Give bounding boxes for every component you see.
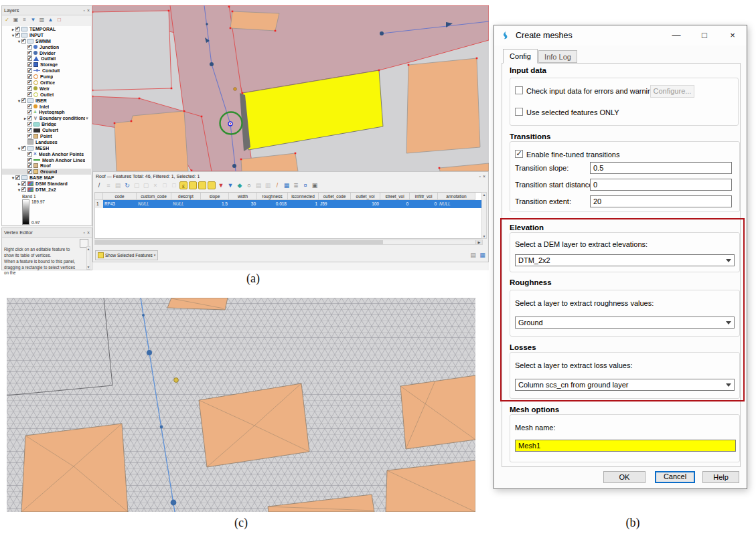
enable-transitions-checkbox[interactable] xyxy=(515,150,523,158)
move-selection-icon[interactable]: ▼ xyxy=(226,181,234,189)
cell-descript[interactable]: NULL xyxy=(171,200,201,208)
ok-button[interactable]: OK xyxy=(603,471,646,483)
tab-config[interactable]: Config xyxy=(503,49,538,64)
column-stack-icon[interactable]: ▤ xyxy=(254,181,262,189)
layer-item-storage[interactable]: Storage xyxy=(2,62,91,68)
column-header-code[interactable]: code xyxy=(103,193,137,200)
layer-item-orifice[interactable]: Orifice xyxy=(2,80,91,86)
expand-arrow-icon[interactable]: ▾ xyxy=(17,39,21,43)
column-header-infiltr_vol[interactable]: infiltr_vol xyxy=(410,193,438,200)
cell-outlet_code[interactable]: J59 xyxy=(319,200,351,208)
cut-icon[interactable]: × xyxy=(151,181,159,189)
styling-panel-icon[interactable]: ✓ xyxy=(3,16,11,23)
transition-slope-input[interactable]: 0.5 xyxy=(590,162,732,174)
use-selected-checkbox[interactable] xyxy=(515,108,523,116)
roughness-layer-combobox[interactable]: Ground xyxy=(515,317,735,329)
column-header-outlet_vol[interactable]: outlet_vol xyxy=(351,193,380,200)
cancel-button[interactable]: Cancel xyxy=(655,471,695,483)
layer-item-landuses[interactable]: Landuses xyxy=(2,139,91,145)
layer-visibility-checkbox[interactable] xyxy=(27,68,32,73)
layer-visibility-checkbox[interactable] xyxy=(21,39,26,43)
column-header-width[interactable]: width xyxy=(229,193,257,200)
expand-arrow-icon[interactable]: ▾ xyxy=(17,187,21,192)
layer-visibility-checkbox[interactable] xyxy=(27,62,32,67)
cell-custom_code[interactable]: NULL xyxy=(137,200,171,208)
expand-arrow-icon[interactable]: ▾ xyxy=(17,146,21,151)
layer-visibility-checkbox[interactable] xyxy=(15,33,20,37)
layer-item-junction[interactable]: Junction xyxy=(2,44,91,50)
layer-item-base-map[interactable]: ▾BASE MAP xyxy=(2,175,91,181)
vertex-editor-scrollbar[interactable]: ▲▼ xyxy=(86,246,90,270)
field-calculator-icon[interactable]: ¤ xyxy=(301,181,309,189)
column-visibility-icon[interactable]: ▥ xyxy=(264,181,272,189)
table-view-icon[interactable]: ▤ xyxy=(469,252,477,259)
layer-visibility-checkbox[interactable] xyxy=(27,158,32,163)
manage-themes-icon[interactable]: ≡ xyxy=(21,16,28,23)
layer-visibility-checkbox[interactable] xyxy=(21,181,26,186)
layer-visibility-checkbox[interactable] xyxy=(15,27,20,31)
multiedit-icon[interactable]: ≡ xyxy=(104,181,112,189)
dem-layer-combobox[interactable]: DTM_2x2 xyxy=(515,254,735,266)
column-header-custom_code[interactable]: custom_code xyxy=(137,193,171,200)
attribute-vscrollbar[interactable]: ▲▼ xyxy=(481,192,487,239)
close-panel-icon[interactable]: × xyxy=(483,174,485,179)
expand-all-icon[interactable]: ▲ xyxy=(47,16,54,23)
layer-item-input[interactable]: ▾INPUT xyxy=(2,32,91,38)
help-button[interactable]: Help xyxy=(702,471,739,483)
cell-code[interactable]: RF43 xyxy=(103,200,137,208)
save-edits-icon[interactable]: ▤ xyxy=(114,181,122,189)
layer-item-culvert[interactable]: Culvert xyxy=(2,127,91,133)
layer-item-hyetograph[interactable]: +Hyetograph xyxy=(2,109,91,115)
add-group-icon[interactable]: ▣ xyxy=(12,16,19,23)
layer-visibility-checkbox[interactable] xyxy=(27,45,32,50)
layer-visibility-checkbox[interactable] xyxy=(27,74,32,79)
maximize-button[interactable]: □ xyxy=(690,25,719,46)
mesh-name-input[interactable]: Mesh1 xyxy=(515,440,736,452)
layer-item-bridge[interactable]: Bridge xyxy=(2,121,91,127)
expand-arrow-icon[interactable]: ▸ xyxy=(17,181,21,186)
layer-visibility-checkbox[interactable] xyxy=(27,128,32,132)
column-header-roughness[interactable]: roughness xyxy=(257,193,288,200)
close-panel-icon[interactable]: × xyxy=(87,230,90,235)
layer-visibility-checkbox[interactable] xyxy=(15,175,20,180)
layer-visibility-checkbox[interactable] xyxy=(27,104,32,109)
expand-arrow-icon[interactable]: ▾ xyxy=(17,98,21,103)
filter-legend-icon[interactable]: ▼ xyxy=(29,16,37,23)
transition-start-distance-input[interactable]: 0 xyxy=(590,179,732,191)
form-view-icon[interactable]: ▦ xyxy=(479,252,486,259)
expand-arrow-icon[interactable]: ▾ xyxy=(11,175,15,180)
float-panel-icon[interactable]: ▫ xyxy=(479,174,480,179)
layer-visibility-checkbox[interactable] xyxy=(21,187,26,192)
layer-item-mesh-anchor-lines[interactable]: Mesh Anchor Lines xyxy=(2,157,91,163)
layer-item-mesh[interactable]: ▾MESH xyxy=(2,145,91,151)
float-panel-icon[interactable]: ▫ xyxy=(83,230,84,235)
show-selected-features-button[interactable]: Show Selected Features ▾ xyxy=(95,250,158,260)
close-button[interactable]: × xyxy=(719,25,747,46)
conditional-format-icon[interactable]: / xyxy=(273,181,281,189)
column-header-isconnected[interactable]: isconnected xyxy=(288,193,319,200)
column-header-descript[interactable]: descript xyxy=(171,193,201,200)
layer-visibility-checkbox[interactable] xyxy=(27,152,32,157)
layer-visibility-checkbox[interactable] xyxy=(27,92,32,97)
row-number-cell[interactable]: 1 xyxy=(95,200,103,208)
layer-item-dsm-standard[interactable]: ▸DSM Standard xyxy=(2,181,91,187)
layer-item-dtm-2x2[interactable]: ▾DTM_2x2 xyxy=(2,187,91,193)
transition-extent-input[interactable]: 20 xyxy=(590,195,732,207)
filter-expression-icon[interactable]: ▥ xyxy=(38,16,46,23)
cell-street_vol[interactable]: 0 xyxy=(380,200,410,208)
invert-selection-icon[interactable] xyxy=(198,181,206,189)
layer-visibility-checkbox[interactable] xyxy=(27,122,32,126)
layer-item-divider[interactable]: Divider xyxy=(2,50,91,56)
layer-item-point[interactable]: Point xyxy=(2,133,91,139)
layer-item-conduit[interactable]: Conduit xyxy=(2,68,91,74)
layer-item-outlet[interactable]: Outlet xyxy=(2,92,91,98)
layer-visibility-checkbox[interactable] xyxy=(27,163,32,168)
add-feature-icon[interactable]: ▢ xyxy=(133,181,141,189)
cell-width[interactable]: 30 xyxy=(229,200,257,208)
minimize-button[interactable]: — xyxy=(662,25,690,46)
dock-icon[interactable]: ▣ xyxy=(311,181,319,189)
cell-roughness[interactable]: 0.018 xyxy=(257,200,288,208)
layer-item-swmm[interactable]: ▾SWMM xyxy=(2,38,91,44)
filter-selection-icon[interactable]: ▼ xyxy=(217,181,225,189)
column-header-annotation[interactable]: annotation xyxy=(438,193,475,200)
